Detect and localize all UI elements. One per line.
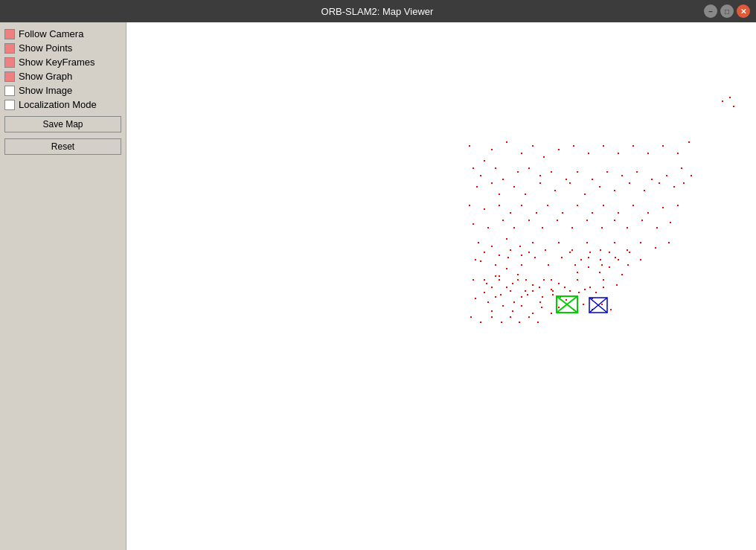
show-graph-checkbox[interactable] [4, 71, 15, 82]
checkbox-follow-camera[interactable]: Follow Camera [4, 28, 121, 39]
checkbox-show-image[interactable]: Show Image [4, 85, 121, 96]
follow-camera-checkbox[interactable] [4, 29, 15, 39]
show-keyframes-label: Show KeyFrames [19, 57, 95, 68]
checkbox-localization-mode[interactable]: Localization Mode [4, 99, 121, 110]
show-keyframes-checkbox[interactable] [4, 57, 15, 68]
save-map-button[interactable]: Save Map [4, 116, 121, 132]
show-points-label: Show Points [19, 42, 72, 54]
show-points-checkbox[interactable] [4, 43, 15, 54]
close-button[interactable]: ✕ [737, 4, 750, 18]
maximize-button[interactable]: □ [720, 4, 734, 18]
window-controls: – □ ✕ [704, 4, 750, 18]
minimize-button[interactable]: – [704, 4, 717, 18]
follow-camera-label: Follow Camera [19, 28, 83, 39]
window-title: ORB-SLAM2: Map Viewer [51, 6, 704, 17]
main-layout: Follow Camera Show Points Show KeyFrames… [0, 22, 756, 550]
localization-mode-label: Localization Mode [19, 99, 97, 110]
map-area [126, 22, 756, 550]
show-image-checkbox[interactable] [4, 86, 15, 96]
show-graph-label: Show Graph [19, 71, 72, 82]
localization-mode-checkbox[interactable] [4, 100, 15, 110]
show-image-label: Show Image [19, 85, 72, 96]
sidebar: Follow Camera Show Points Show KeyFrames… [0, 22, 126, 550]
reset-button[interactable]: Reset [4, 138, 121, 155]
checkbox-show-points[interactable]: Show Points [4, 42, 121, 54]
title-bar: ORB-SLAM2: Map Viewer – □ ✕ [0, 0, 756, 22]
checkbox-show-keyframes[interactable]: Show KeyFrames [4, 57, 121, 68]
map-canvas [126, 22, 756, 550]
checkbox-show-graph[interactable]: Show Graph [4, 71, 121, 82]
